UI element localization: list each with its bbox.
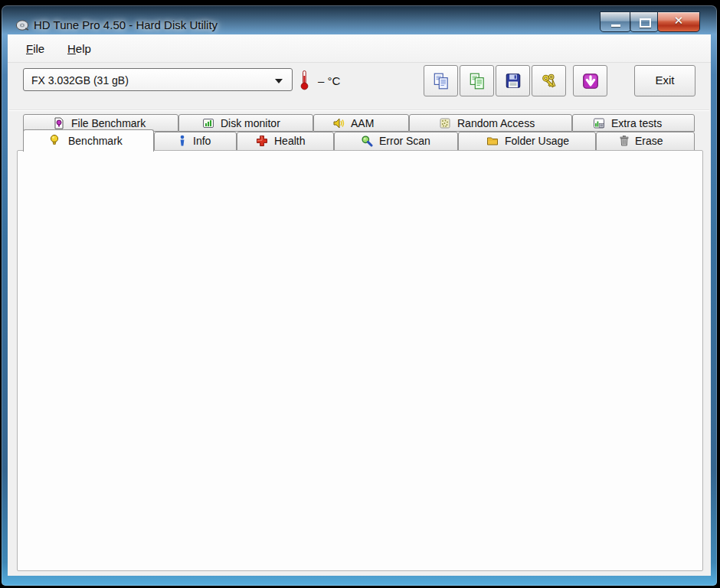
tab-erase[interactable]: Erase: [596, 132, 695, 151]
floppy-disk-icon: [504, 72, 522, 90]
close-button[interactable]: ✕: [657, 11, 700, 32]
error-scan-magnifier-icon: [361, 135, 373, 147]
tab-folder-usage[interactable]: Folder Usage: [458, 132, 596, 151]
menu-file[interactable]: File: [21, 41, 49, 57]
copy-pages-blue-icon: [432, 72, 450, 90]
tab-aam[interactable]: AAM: [313, 114, 409, 132]
app-icon: [15, 19, 29, 31]
minimize-button[interactable]: [600, 11, 631, 32]
copy-text-button[interactable]: [460, 65, 494, 96]
disk-monitor-icon: [202, 117, 214, 129]
info-icon: [176, 135, 188, 147]
benchmark-panel: [17, 150, 703, 571]
chevron-down-icon: [275, 79, 283, 83]
health-cross-icon: [256, 135, 268, 147]
maximize-icon: [640, 18, 651, 28]
tab-extra-tests[interactable]: Extra tests: [572, 114, 695, 132]
folder-icon: [486, 135, 499, 147]
benchmark-lamp-icon: [48, 134, 61, 146]
tab-error-scan[interactable]: Error Scan: [334, 132, 458, 151]
save-button[interactable]: [496, 65, 530, 96]
tab-benchmark[interactable]: Benchmark: [23, 129, 154, 152]
menu-bar: File Help: [8, 34, 711, 63]
tab-random-access[interactable]: Random Access: [409, 114, 572, 132]
copy-screenshot-button[interactable]: [424, 65, 458, 96]
drive-selector[interactable]: FX 3.032GB (31 gB): [23, 68, 293, 91]
download-arrow-icon: [581, 72, 600, 90]
tab-info[interactable]: Info: [154, 132, 237, 151]
window-title: HD Tune Pro 4.50 - Hard Disk Utility: [34, 18, 218, 31]
extra-tests-icon: [593, 117, 605, 129]
options-button[interactable]: [532, 65, 566, 96]
download-button[interactable]: [573, 65, 607, 96]
file-benchmark-icon: [53, 117, 65, 129]
copy-pages-green-icon: [468, 72, 486, 90]
tab-health[interactable]: Health: [237, 132, 334, 151]
thermometer-icon: [300, 70, 309, 90]
aam-speaker-icon: [332, 117, 345, 129]
close-icon: ✕: [658, 14, 699, 28]
tab-disk-monitor[interactable]: Disk monitor: [178, 114, 313, 132]
exit-button[interactable]: Exit: [634, 65, 695, 96]
keys-icon: [540, 72, 558, 90]
trash-icon: [618, 135, 630, 147]
random-access-icon: [439, 117, 451, 129]
menu-help[interactable]: Help: [63, 41, 96, 57]
minimize-icon: [611, 24, 620, 27]
temperature-readout: – °C: [318, 74, 340, 87]
drive-selector-value: FX 3.032GB (31 gB): [31, 74, 129, 87]
maximize-button[interactable]: [630, 11, 659, 32]
toolbar-separator: [9, 109, 709, 110]
